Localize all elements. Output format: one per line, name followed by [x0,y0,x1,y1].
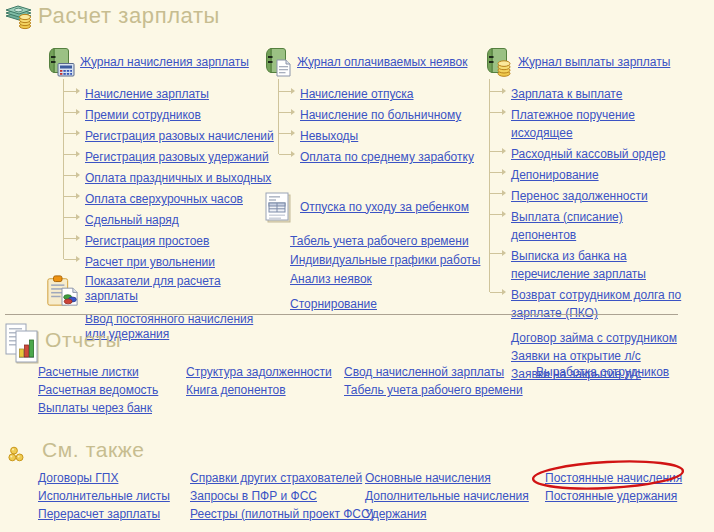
tree-link[interactable]: Регистрация разовых начислений [85,129,274,143]
tree-item: Платежное поручение исходящее [489,105,682,141]
tree-link[interactable]: Оплата праздничных и выходных [85,171,271,185]
tree-branch-arrow-icon [490,172,502,173]
tree-item: Возврат сотрудником долга по зарплате (П… [489,285,682,321]
tree-branch-arrow-icon [64,238,76,239]
journal-payroll-accrual-link[interactable]: Журнал начисления зарплаты [80,55,249,70]
tree-item: Оплата сверхурочных часов [63,189,277,207]
journal-salary-payment-link[interactable]: Журнал выплаты зарплаты [518,55,670,70]
tree-link[interactable]: Депонирование [511,168,599,182]
tree-link[interactable]: Регистрация простоев [85,234,209,248]
tree-item: Невыходы [278,126,474,144]
tree-branch-arrow-icon [64,91,76,92]
report-pages-barchart-icon [4,322,40,366]
childcare-row: Отпуска по уходу за ребенком [262,191,474,223]
tree-branch-arrow-icon [490,193,502,194]
tree-link[interactable]: Оплата сверхурочных часов [85,192,243,206]
tree-link[interactable]: Перенос задолженности [511,189,648,203]
tree-link[interactable]: Расходный кассовый ордер [511,147,665,161]
tree-branch-arrow-icon [279,133,291,134]
tree-item: Регистрация разовых начислений [63,126,277,144]
reports-link-column: Расчетные листки Расчетная ведомость Вып… [38,366,158,420]
tree-branch-arrow-icon [64,196,76,197]
tree-link[interactable]: Премии сотрудников [85,108,201,122]
tree-branch-arrow-icon [64,154,76,155]
tree-link[interactable]: Расчет при увольнении [85,255,215,269]
debt-structure-link[interactable]: Структура задолженности [186,366,332,379]
see-also-link-column: Постоянные начисления Постоянные удержан… [545,472,682,508]
additional-accruals-link[interactable]: Дополнительные начисления [365,490,529,503]
payslips-link[interactable]: Расчетные листки [38,366,158,379]
tree-link[interactable]: Невыходы [300,129,358,143]
tree: Зарплата к выплате Платежное поручение и… [489,84,682,321]
reversal-link[interactable]: Сторнирование [290,297,474,312]
tree-branch-arrow-icon [490,214,502,215]
tree-item: Выписка из банка на перечисление зарплат… [489,246,682,282]
tree-link[interactable]: Начисление по больничному [300,108,461,122]
link-group: Табель учета рабочего времени Индивидуал… [290,234,474,287]
permanent-deductions-link[interactable]: Постоянные удержания [545,490,682,503]
column-payment: Журнал выплаты зарплаты Зарплата к выпла… [483,47,682,385]
journal-book-coins-icon [483,47,513,77]
absence-analysis-link[interactable]: Анализ неявок [290,272,474,287]
tree-item: Регистрация разовых удержаний [63,147,277,165]
link-group: Сторнирование [290,297,474,312]
tree-item: Регистрация простоев [63,231,277,249]
payroll-sheet-link[interactable]: Расчетная ведомость [38,384,158,397]
writs-of-execution-link[interactable]: Исполнительные листы [38,490,170,503]
tree-branch-arrow-icon [64,112,76,113]
tree-item: Начисление отпуска [278,84,474,102]
journal-row: Журнал выплаты зарплаты [483,47,682,77]
accrued-salary-summary-link[interactable]: Свод начисленной зарплаты [344,366,523,379]
tree-item: Оплата по среднему заработку [278,147,474,165]
tree: Начисление зарплаты Премии сотрудников Р… [63,84,277,270]
journal-row: Журнал оплачиваемых неявок [262,47,474,77]
tree-link[interactable]: Оплата по среднему заработку [300,150,474,164]
gph-contracts-link[interactable]: Договоры ГПХ [38,472,170,485]
tree-link[interactable]: Регистрация разовых удержаний [85,150,269,164]
tree-item: Зарплата к выплате [489,84,682,102]
journal-book-document-icon [262,47,292,77]
employee-output-link[interactable]: Выработка сотрудников [536,366,669,379]
see-also-link-column: Основные начисления Дополнительные начис… [365,472,529,526]
tree-link[interactable]: Начисление зарплаты [85,87,209,101]
other-insurers-certificates-link[interactable]: Справки других страхователей [190,472,374,485]
fss-pilot-registers-link[interactable]: Реестры (пилотный проект ФСС) [190,508,374,521]
tree-link[interactable]: Выплата (списание) депонентов [511,210,623,242]
individual-schedules-link[interactable]: Индивидуальные графики работы [290,253,474,268]
column-accrual: Журнал начисления зарплаты Начисление за… [45,47,277,342]
tree-branch-arrow-icon [490,253,502,254]
depositors-book-link[interactable]: Книга депонентов [186,384,332,397]
tree-link[interactable]: Платежное поручение исходящее [511,108,635,140]
section-divider [5,314,678,315]
see-also-link-column: Договоры ГПХ Исполнительные листы Перера… [38,472,170,526]
tree-branch-arrow-icon [490,151,502,152]
account-open-request-link[interactable]: Заявки на открытие л/с [511,349,682,364]
page-title: Расчет зарплаты [38,3,220,29]
tree-branch-arrow-icon [490,292,502,293]
worktime-sheet-report-link[interactable]: Табель учета рабочего времени [344,384,523,397]
see-also-section-title: См. также [42,438,145,462]
tree-link[interactable]: Начисление отпуска [300,87,414,101]
tree-item: Премии сотрудников [63,105,277,123]
tree-link[interactable]: Сдельный наряд [85,213,179,227]
pfr-fss-requests-link[interactable]: Запросы в ПФР и ФСС [190,490,374,503]
tree: Начисление отпуска Начисление по больнич… [278,84,474,165]
permanent-accruals-link[interactable]: Постоянные начисления [545,472,682,485]
salary-recalculation-link[interactable]: Перерасчет зарплаты [38,508,170,521]
loan-agreement-link[interactable]: Договор займа с сотрудником [511,331,682,346]
timesheet-document-icon [262,191,292,223]
tree-link[interactable]: Зарплата к выплате [511,87,622,101]
tree-link[interactable]: Выписка из банка на перечисление зарплат… [511,249,646,281]
indicators-link[interactable]: Показатели для расчета зарплаты [85,274,235,304]
bank-payments-link[interactable]: Выплаты через банк [38,402,158,415]
journal-row: Журнал начисления зарплаты [45,47,277,77]
timesheet-link[interactable]: Табель учета рабочего времени [290,234,474,249]
childcare-leave-link[interactable]: Отпуска по уходу за ребенком [300,200,469,215]
reports-link-column: Структура задолженности Книга депонентов [186,366,332,402]
deductions-link[interactable]: Удержания [365,508,529,521]
tree-item: Депонирование [489,165,682,183]
journal-book-calculator-icon [45,47,75,77]
main-accruals-link[interactable]: Основные начисления [365,472,529,485]
journal-paid-absences-link[interactable]: Журнал оплачиваемых неявок [297,55,467,70]
tree-link[interactable]: Возврат сотрудником долга по зарплате (П… [511,288,681,320]
